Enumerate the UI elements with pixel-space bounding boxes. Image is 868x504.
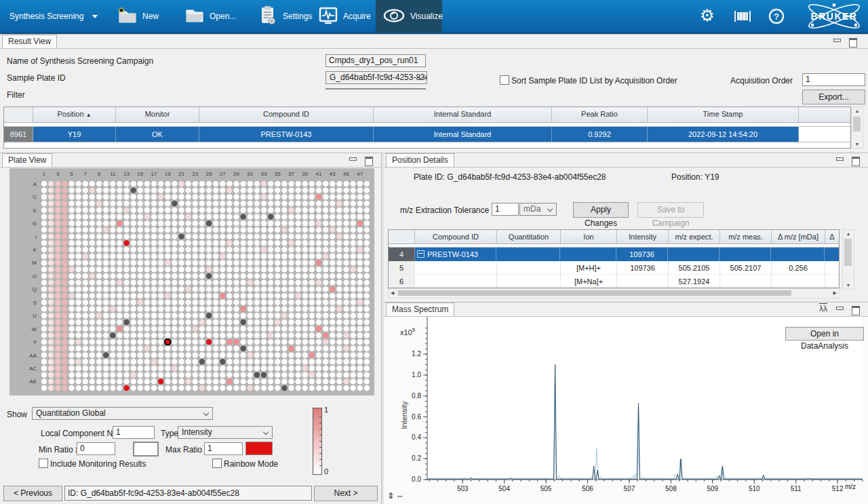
plate-well[interactable] [172, 227, 177, 233]
plate-well[interactable] [90, 181, 95, 187]
plate-well[interactable] [206, 339, 212, 345]
plate-well[interactable] [296, 359, 301, 364]
plate-well[interactable] [41, 201, 47, 206]
plate-well[interactable] [254, 286, 260, 292]
plate-well[interactable] [336, 267, 342, 272]
plate-well[interactable] [288, 181, 294, 187]
plate-well[interactable] [357, 214, 363, 219]
plate-well[interactable] [83, 233, 88, 239]
plate-well[interactable] [55, 240, 60, 246]
plate-well[interactable] [351, 379, 356, 384]
plate-well[interactable] [261, 385, 267, 391]
plate-well[interactable] [220, 273, 225, 279]
plate-well[interactable] [199, 187, 205, 193]
plate-well[interactable] [281, 208, 287, 213]
plate-well[interactable] [151, 233, 157, 239]
plate-well[interactable] [199, 300, 205, 305]
plate-well[interactable] [178, 214, 184, 219]
plate-well[interactable] [268, 359, 273, 364]
plate-well[interactable] [193, 273, 198, 279]
plate-well[interactable] [288, 300, 294, 305]
plate-well[interactable] [233, 260, 239, 265]
plate-well[interactable] [233, 273, 239, 279]
plate-well[interactable] [55, 181, 60, 187]
plate-well[interactable] [226, 233, 232, 239]
plate-well[interactable] [261, 300, 267, 305]
plate-well[interactable] [343, 260, 349, 265]
plate-well[interactable] [186, 359, 191, 364]
plate-well[interactable] [131, 372, 136, 378]
plate-well[interactable] [241, 187, 246, 193]
plate-well[interactable] [48, 359, 54, 364]
plate-well[interactable] [199, 359, 205, 364]
plate-well[interactable] [241, 227, 246, 233]
plate-well[interactable] [68, 208, 74, 213]
plate-well[interactable] [213, 181, 218, 187]
plate-well[interactable] [144, 260, 150, 265]
plate-well[interactable] [90, 267, 95, 272]
details-table-vscrollbar[interactable]: ▲ ▼ [842, 229, 854, 290]
plate-well[interactable] [186, 352, 191, 357]
plate-well[interactable] [336, 279, 342, 285]
plate-well[interactable] [123, 181, 129, 187]
plate-well[interactable] [281, 194, 287, 199]
plate-well[interactable] [226, 220, 232, 226]
plate-well[interactable] [357, 286, 363, 292]
plate-well[interactable] [62, 233, 67, 239]
plate-well[interactable] [233, 293, 239, 298]
plate-well[interactable] [96, 339, 102, 345]
plate-well[interactable] [268, 385, 273, 391]
plate-well[interactable] [268, 233, 273, 239]
plate-well[interactable] [323, 208, 328, 213]
plate-well[interactable] [68, 313, 74, 318]
plate-well[interactable] [68, 332, 74, 338]
plate-well[interactable] [48, 220, 54, 226]
plate-well[interactable] [254, 214, 260, 219]
plate-well[interactable] [330, 201, 335, 206]
plate-well[interactable] [288, 359, 294, 364]
plate-well[interactable] [254, 306, 260, 311]
plate-well[interactable] [248, 240, 253, 246]
plate-well[interactable] [261, 306, 267, 311]
plate-well[interactable] [241, 300, 246, 305]
plate-well[interactable] [220, 359, 225, 364]
plate-well[interactable] [309, 300, 315, 305]
plate-well[interactable] [351, 267, 356, 272]
plate-well[interactable] [248, 339, 253, 345]
plate-well[interactable] [336, 247, 342, 252]
plate-well[interactable] [55, 313, 60, 318]
plate-well[interactable] [288, 332, 294, 338]
tolerance-input[interactable]: 1 [492, 203, 519, 216]
plate-well[interactable] [206, 306, 212, 311]
plate-well[interactable] [186, 346, 191, 351]
plate-well[interactable] [248, 379, 253, 384]
maximize-panel-icon[interactable] [365, 157, 373, 164]
plate-well[interactable] [275, 214, 280, 219]
plate-well[interactable] [275, 201, 280, 206]
plate-well[interactable] [186, 201, 191, 206]
plate-well[interactable] [316, 372, 321, 378]
plate-well[interactable] [172, 273, 177, 279]
plate-well[interactable] [117, 273, 122, 279]
plate-well[interactable] [275, 181, 280, 187]
plate-well[interactable] [213, 233, 218, 239]
plate-well[interactable] [213, 339, 218, 345]
plate-well[interactable] [68, 220, 74, 226]
plate-well[interactable] [323, 220, 328, 226]
plate-well[interactable] [364, 286, 370, 292]
plate-well[interactable] [193, 300, 198, 305]
plate-well[interactable] [309, 332, 315, 338]
plate-well[interactable] [90, 220, 95, 226]
plate-well[interactable] [193, 352, 198, 357]
plate-well[interactable] [281, 181, 287, 187]
plate-well[interactable] [41, 214, 47, 219]
plate-well[interactable] [233, 326, 239, 332]
max-ratio-input[interactable]: 1 [204, 442, 243, 455]
plate-well[interactable] [213, 254, 218, 259]
plate-well[interactable] [206, 254, 212, 259]
plate-well[interactable] [151, 273, 157, 279]
plate-well[interactable] [254, 247, 260, 252]
plate-well[interactable] [110, 214, 115, 219]
plate-well[interactable] [131, 332, 136, 338]
plate-well[interactable] [261, 346, 267, 351]
